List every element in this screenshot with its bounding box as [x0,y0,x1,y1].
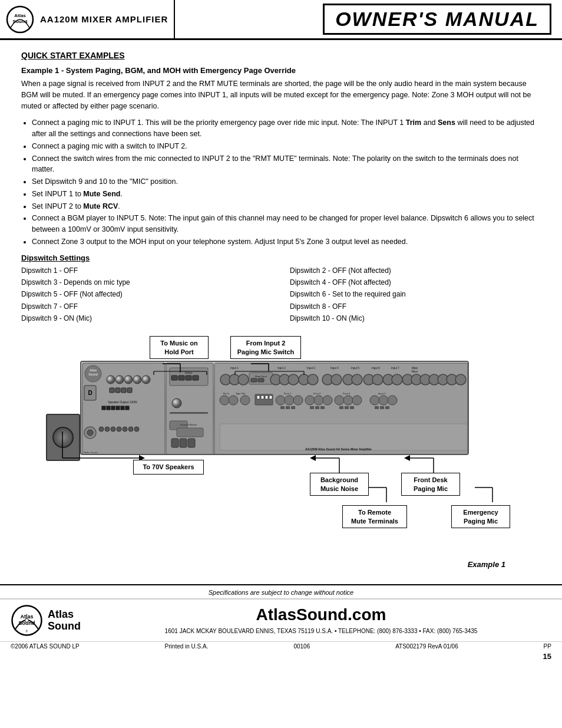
svg-rect-43 [170,412,208,414]
svg-rect-30 [117,427,121,431]
svg-text:Input 7: Input 7 [391,367,399,370]
svg-text:Input 6: Input 6 [372,367,380,370]
svg-text:Mute: Mute [412,367,418,370]
svg-rect-33 [134,427,139,431]
svg-point-71 [352,374,362,385]
svg-point-68 [331,374,342,385]
svg-marker-139 [404,455,410,461]
svg-rect-49 [188,439,195,447]
svg-rect-46 [177,428,203,437]
svg-point-153 [25,619,29,622]
svg-rect-93 [257,396,260,399]
svg-text:D: D [88,390,92,396]
svg-rect-32 [128,427,133,431]
dip1: Dipswitch 1 - OFF [21,265,272,276]
svg-text:Input 1: Input 1 [378,392,386,395]
callout-from-input: From Input 2 Paging Mic Switch [230,336,301,359]
svg-rect-17 [127,388,132,393]
svg-text:AA12DM  Atlas Sound AA Series : AA12DM Atlas Sound AA Series Mixer Ampli… [305,447,372,451]
callout-hold-port: To Music on Hold Port [150,336,209,359]
svg-text:Tape Out: Tape Out [236,392,246,395]
svg-point-42 [172,398,181,408]
amp-device: Atlas Sound D Speaker [80,361,469,455]
dip8: Dipswitch 8 - OFF [290,301,541,312]
svg-text:Atlas: Atlas [90,368,97,372]
footer-website: AtlasSound.com [91,605,551,624]
svg-rect-40 [186,375,191,380]
svg-point-107 [323,396,332,405]
svg-rect-110 [320,406,325,409]
header: Atlas Sound AA120M MIXER AMPLIFIER OWNER… [0,0,562,40]
footer-center: AtlasSound.com 1601 JACK MCKAY BOULEVARD… [91,605,551,635]
svg-rect-108 [310,406,314,409]
svg-rect-14 [110,388,114,393]
svg-rect-47 [171,439,178,447]
footer-printed: Printed in U.S.A. [165,643,209,650]
svg-text:Mute Send: Mute Send [255,375,266,378]
svg-rect-41 [193,375,199,380]
svg-rect-27 [99,427,104,431]
svg-point-113 [343,396,353,405]
svg-text:Channel Module: Channel Module [180,423,197,426]
main-content: QUICK START EXAMPLES Example 1 - System … [0,40,562,579]
svg-rect-21 [111,406,115,410]
svg-point-112 [335,396,344,405]
svg-rect-20 [107,406,110,410]
svg-rect-103 [291,406,295,409]
bullet-4: Set Dipswitch 9 and 10 to the "MIC" posi… [32,176,541,187]
svg-rect-39 [178,375,184,380]
page-number: 15 [0,651,562,662]
svg-rect-101 [280,406,285,409]
dip9: Dipswitch 9 - ON (Mic) [21,312,272,324]
manual-title: OWNER'S MANUAL [323,4,551,35]
header-right: OWNER'S MANUAL [175,0,562,38]
svg-rect-109 [315,406,319,409]
footer-brand-text: Atlas Sound [48,609,81,633]
svg-point-99 [285,396,294,405]
svg-rect-23 [121,406,124,410]
svg-rect-28 [105,427,110,431]
callout-emergency-mic: Emergency Paging Mic [451,505,510,528]
footer-bottom: Atlas Sound ® Atlas Sound AtlasSound.com… [0,599,562,641]
svg-point-114 [352,396,362,405]
svg-point-65 [308,374,318,385]
svg-point-54 [238,374,249,385]
footer-address: 1601 JACK MCKAY BOULEVARD ENNIS, TEXAS 7… [91,627,551,635]
callout-remote-mute: To Remote Mute Terminals [342,505,407,528]
svg-rect-116 [345,406,349,409]
svg-text:Par In: Par In [223,392,230,395]
svg-rect-122 [375,406,379,409]
callout-bgm: Background Music Noise [310,473,369,496]
svg-point-77 [392,374,402,385]
svg-point-9 [107,375,115,384]
footer-logo: Atlas Sound ® Atlas Sound [11,604,81,637]
example-caption: Example 1 [21,560,541,569]
svg-rect-22 [116,406,120,410]
svg-rect-19 [102,406,105,410]
svg-text:Zone 3: Zone 3 [343,392,351,395]
svg-point-74 [372,374,383,385]
callout-to-speakers: To 70V Speakers [133,460,204,474]
svg-text:Sound: Sound [88,373,98,376]
svg-marker-136 [310,455,316,461]
svg-rect-58 [258,378,264,382]
svg-text:Input 3: Input 3 [307,367,315,370]
callout-front-desk: Front Desk Paging Mic [401,473,460,496]
atlas-logo-icon: Atlas Sound [6,5,34,34]
svg-rect-15 [115,388,120,393]
svg-text:Delay: Delay [185,371,193,374]
svg-rect-95 [265,396,268,399]
dip4: Dipswitch 4 - OFF (Not affected) [290,276,541,288]
dip10: Dipswitch 10 - ON (Mic) [290,312,541,324]
dip2: Dipswitch 2 - OFF (Not affected) [290,265,541,276]
footer-part: ATS002179 RevA 01/06 [395,643,458,650]
svg-point-62 [288,374,299,385]
dip5: Dipswitch 5 - OFF (Not affected) [21,288,272,300]
bullet-7: Connect a BGM player to INPUT 5. Note: T… [32,213,541,235]
svg-rect-48 [180,439,187,447]
svg-point-89 [220,396,229,405]
svg-rect-16 [121,388,126,393]
dipswitch-title: Dipswitch Settings [21,253,541,262]
product-title: AA120M MIXER AMPLIFIER [40,14,168,24]
diagram-area: Atlas Sound D Speaker [21,331,541,555]
